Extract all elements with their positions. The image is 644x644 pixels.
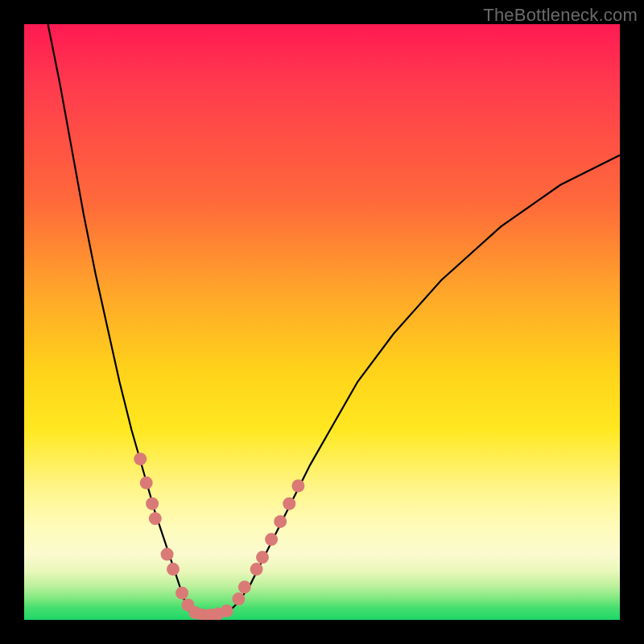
highlight-dot <box>283 497 295 510</box>
highlight-dot <box>250 563 263 576</box>
highlight-dot <box>291 480 304 493</box>
curve-lines <box>48 24 620 617</box>
highlight-dot <box>146 497 159 510</box>
marker-dots <box>134 452 304 620</box>
bottleneck-curve <box>48 24 620 617</box>
chart-svg <box>24 24 620 620</box>
highlight-dot <box>161 548 174 561</box>
highlight-dot <box>134 452 147 465</box>
watermark-text: TheBottleneck.com <box>483 5 638 26</box>
highlight-dot <box>256 551 269 564</box>
highlight-dot <box>175 587 188 600</box>
highlight-dot <box>140 477 153 489</box>
highlight-dot <box>238 580 251 593</box>
highlight-dot <box>221 605 233 617</box>
plot-area <box>24 24 620 620</box>
highlight-dot <box>274 515 287 528</box>
highlight-dot <box>265 533 278 546</box>
outer-frame: TheBottleneck.com <box>0 0 644 644</box>
highlight-dot <box>167 563 180 576</box>
highlight-dot <box>232 592 245 605</box>
highlight-dot <box>149 512 162 525</box>
